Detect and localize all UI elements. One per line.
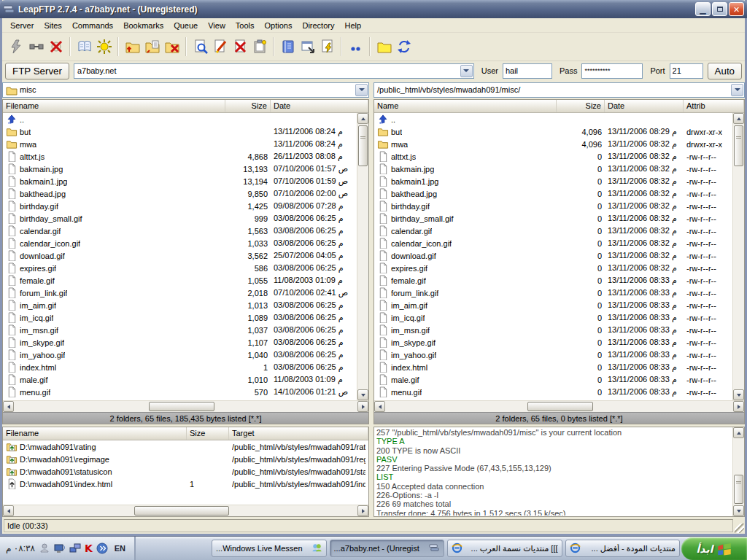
column-header-date[interactable]: Date xyxy=(605,100,684,112)
view-file-icon[interactable] xyxy=(190,37,210,57)
file-row[interactable]: im_yahoo.gif1,04003/08/2006 06:25 م xyxy=(3,349,357,361)
scroll-up-icon[interactable] xyxy=(733,427,744,438)
menu-directory[interactable]: Directory xyxy=(297,19,339,32)
file-row[interactable]: expires.gif013/11/2006 08:32 م-rw-r--r-- xyxy=(374,262,732,274)
site-options-icon[interactable] xyxy=(94,37,114,57)
local-path-combobox[interactable]: misc xyxy=(2,82,369,98)
host-dropdown-icon[interactable] xyxy=(460,65,473,77)
file-row[interactable]: im_icq.gif1,08903/08/2006 06:25 م xyxy=(3,311,357,324)
refresh-icon[interactable] xyxy=(394,37,414,57)
remote-vertical-scrollbar[interactable] xyxy=(732,113,744,400)
chevron-circle-icon[interactable] xyxy=(96,542,108,554)
queue-horizontal-scrollbar[interactable] xyxy=(3,505,368,516)
parent-dir-dots-icon[interactable] xyxy=(346,37,365,57)
queue-folder-icon[interactable] xyxy=(142,37,162,57)
local-vertical-scrollbar[interactable] xyxy=(357,113,368,400)
scroll-left-icon[interactable] xyxy=(3,401,14,412)
file-row[interactable]: alttxt.js4,86826/11/2003 08:08 م xyxy=(3,150,357,163)
file-row[interactable]: alttxt.js013/11/2006 08:32 م-rw-r--r-- xyxy=(374,150,732,163)
column-header-date[interactable]: Date xyxy=(271,100,368,112)
file-row[interactable]: index.html013/11/2006 08:33 م-rw-r--r-- xyxy=(374,361,732,373)
file-row[interactable]: forum_link.gif2,01807/10/2006 02:41 ص xyxy=(3,287,357,299)
scroll-down-icon[interactable] xyxy=(733,389,744,400)
scroll-down-icon[interactable] xyxy=(357,389,368,400)
column-header-size[interactable]: Size xyxy=(557,100,605,112)
remote-path-dropdown-icon[interactable] xyxy=(731,84,743,96)
pass-field[interactable] xyxy=(581,63,643,79)
column-header-size[interactable]: Size xyxy=(225,100,271,112)
language-indicator[interactable]: EN xyxy=(112,543,128,553)
abort-icon[interactable] xyxy=(46,37,66,57)
file-row[interactable]: im_aim.gif013/11/2006 08:33 م-rw-r--r-- xyxy=(374,299,732,311)
log-book-icon[interactable] xyxy=(278,37,298,57)
file-row[interactable]: birthday.gif013/11/2006 08:32 م-rw-r--r-… xyxy=(374,200,732,212)
file-row[interactable]: calendar.gif1,56303/08/2006 06:25 م xyxy=(3,225,357,237)
file-row[interactable]: mwa4,09613/11/2006 08:32 مdrwxr-xr-x xyxy=(374,138,732,150)
menu-commands[interactable]: Commands xyxy=(67,19,118,32)
scroll-right-icon[interactable] xyxy=(733,401,744,412)
file-row[interactable]: mwa13/11/2006 08:24 م xyxy=(3,138,357,150)
scrollbar-thumb[interactable] xyxy=(734,125,743,166)
menu-bookmarks[interactable]: Bookmarks xyxy=(118,19,169,32)
scroll-up-icon[interactable] xyxy=(357,113,368,124)
connect-icon[interactable] xyxy=(7,37,26,57)
file-row[interactable]: bakmain.jpg13,19307/10/2006 01:57 ص xyxy=(3,163,357,175)
ftp-server-button[interactable]: FTP Server xyxy=(5,63,69,79)
file-row[interactable]: birthday_small.gif013/11/2006 08:32 م-rw… xyxy=(374,212,732,225)
local-path-dropdown-icon[interactable] xyxy=(355,84,368,96)
edit-file-icon[interactable] xyxy=(210,37,230,57)
file-row[interactable]: calendar_icon.gif013/11/2006 08:32 م-rw-… xyxy=(374,237,732,249)
remote-horizontal-scrollbar[interactable] xyxy=(374,400,744,412)
port-field[interactable] xyxy=(670,63,703,79)
file-row[interactable]: female.gif1,05511/08/2003 01:09 م xyxy=(3,274,357,287)
column-header-filename[interactable]: Filename xyxy=(3,427,187,440)
file-row[interactable]: menu.gif57014/10/2006 01:21 ص xyxy=(3,386,357,398)
host-combobox[interactable]: a7baby.net xyxy=(74,63,474,79)
taskbar-button[interactable]: ...a7baby.net - (Unregist xyxy=(330,540,445,557)
title-bar[interactable]: LeapFTP 2.7.4 - a7baby.net - (Unregister… xyxy=(0,0,747,18)
scroll-up-icon[interactable] xyxy=(733,113,744,124)
file-row[interactable]: birthday_small.gif99903/08/2006 06:25 م xyxy=(3,212,357,225)
menu-server[interactable]: Server xyxy=(5,19,39,32)
column-header-target[interactable]: Target xyxy=(229,427,368,440)
scrollbar-thumb[interactable] xyxy=(134,506,229,516)
menu-queue[interactable]: Queue xyxy=(169,19,203,32)
taskbar-button[interactable]: منتديات المودة - أفضل ... xyxy=(565,540,681,557)
raw-command-icon[interactable] xyxy=(317,37,337,57)
kaspersky-tray-icon[interactable] xyxy=(85,542,93,554)
properties-icon[interactable] xyxy=(249,37,269,57)
menu-options[interactable]: Options xyxy=(260,19,298,32)
file-row[interactable]: male.gif1,01011/08/2003 01:09 م xyxy=(3,373,357,386)
file-row[interactable]: index.html103/08/2006 06:25 م xyxy=(3,361,357,373)
network-tray-icon[interactable] xyxy=(69,542,81,554)
scroll-left-icon[interactable] xyxy=(3,505,14,516)
file-row[interactable]: im_yahoo.gif013/11/2006 08:33 م-rw-r--r-… xyxy=(374,349,732,361)
messenger-status-icon[interactable] xyxy=(39,542,50,554)
file-row[interactable]: calendar.gif013/11/2006 08:32 م-rw-r--r-… xyxy=(374,225,732,237)
file-row[interactable]: bakmain1.jpg13,19407/10/2006 01:59 ص xyxy=(3,175,357,187)
file-row[interactable]: im_skype.gif013/11/2006 08:33 م-rw-r--r-… xyxy=(374,336,732,349)
column-header-attrib[interactable]: Attrib xyxy=(684,100,744,112)
site-manager-icon[interactable] xyxy=(74,37,94,57)
auto-button[interactable]: Auto xyxy=(708,63,742,79)
file-row[interactable]: D:\mwadah091\rating/public_html/vb/style… xyxy=(3,440,368,453)
file-row[interactable]: D:\mwadah091\index.html1/public_html/vb/… xyxy=(3,478,368,490)
file-row[interactable]: male.gif013/11/2006 08:33 م-rw-r--r-- xyxy=(374,373,732,386)
file-row[interactable]: D:\mwadah091\regimage/public_html/vb/sty… xyxy=(3,453,368,465)
file-row[interactable]: download.gif3,56225/07/2006 04:05 م xyxy=(3,249,357,262)
file-row[interactable]: bakmain.jpg013/11/2006 08:32 م-rw-r--r-- xyxy=(374,163,732,175)
file-row[interactable]: menu.gif013/11/2006 08:33 م-rw-r--r-- xyxy=(374,386,732,398)
file-row[interactable]: im_icq.gif013/11/2006 08:33 م-rw-r--r-- xyxy=(374,311,732,324)
log-vertical-scrollbar[interactable] xyxy=(732,427,744,516)
file-row[interactable]: calendar_icon.gif1,03303/08/2006 06:25 م xyxy=(3,237,357,249)
parent-dir-row[interactable]: .. xyxy=(3,113,357,125)
scrollbar-thumb[interactable] xyxy=(358,125,368,166)
scrollbar-thumb[interactable] xyxy=(149,402,214,411)
scroll-right-icon[interactable] xyxy=(357,401,368,412)
delete-file-icon[interactable] xyxy=(230,37,249,57)
close-button[interactable]: ✕ xyxy=(729,2,744,16)
column-header-filename[interactable]: Filename xyxy=(3,100,225,112)
restore-button[interactable] xyxy=(712,2,727,16)
scroll-down-icon[interactable] xyxy=(733,505,744,516)
upload-folder-icon[interactable] xyxy=(123,37,142,57)
